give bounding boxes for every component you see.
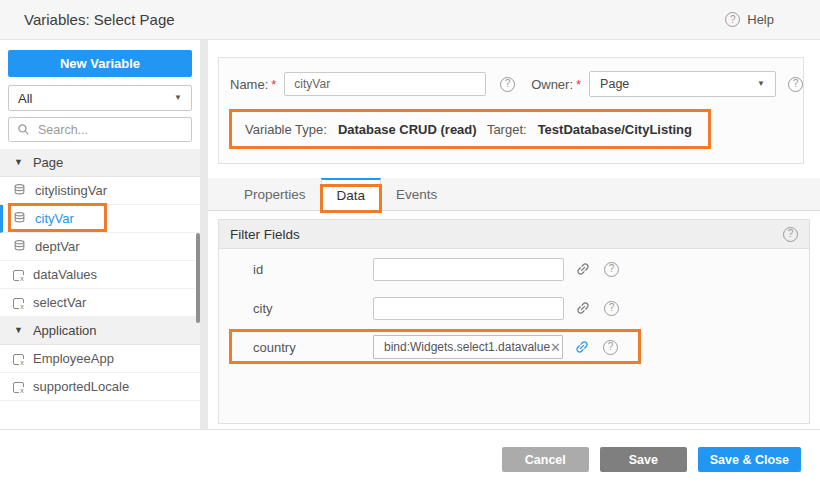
owner-help-icon[interactable]: ?: [788, 77, 803, 92]
variables-sidebar: New Variable All ▼ ▼ Page: [0, 40, 200, 429]
save-button[interactable]: Save: [600, 447, 687, 472]
collapse-icon: ▼: [14, 158, 23, 167]
tree-item-employeeapp[interactable]: EmployeeApp: [0, 345, 200, 373]
tree-item-cityvar[interactable]: cityVar: [0, 205, 200, 233]
tab-data-label: Data: [337, 188, 366, 203]
filter-row-country: country bind:Widgets.select1.datavalue ✕…: [253, 334, 809, 360]
variables-dialog: Variables: Select Page ? Help New Variab…: [0, 0, 820, 487]
new-variable-button[interactable]: New Variable: [8, 50, 192, 77]
tree-item-datavalues[interactable]: dataValues: [0, 261, 200, 289]
tree-item-deptvar[interactable]: deptVar: [0, 233, 200, 261]
tree-item-citylistingvar[interactable]: citylistingVar: [0, 177, 200, 205]
dialog-body: New Variable All ▼ ▼ Page: [0, 40, 820, 429]
name-help-icon[interactable]: ?: [500, 77, 515, 92]
tree-section-application[interactable]: ▼ Application: [0, 317, 200, 345]
owner-value: Page: [600, 77, 629, 91]
database-icon: [13, 211, 26, 227]
model-variable-icon: [13, 298, 24, 309]
variable-detail-panel: Name: * ? Owner: * Page ▼ ? Var: [208, 40, 820, 429]
model-variable-icon: [13, 382, 24, 393]
variable-type-highlight-box: Variable Type: Database CRUD (read) Targ…: [229, 109, 711, 149]
filter-row-city: city ?: [253, 295, 809, 321]
model-variable-icon: [13, 270, 24, 281]
tree-item-label: selectVar: [33, 295, 86, 310]
owner-label: Owner:: [531, 77, 573, 92]
bind-link-icon[interactable]: [574, 261, 591, 278]
clear-binding-icon[interactable]: ✕: [550, 341, 561, 354]
tree-item-label: deptVar: [35, 239, 80, 254]
tree-section-label: Application: [33, 323, 97, 338]
tree-item-label: supportedLocale: [33, 379, 129, 394]
binding-expression: bind:Widgets.select1.datavalue: [384, 340, 550, 354]
database-icon: [13, 183, 26, 199]
variable-scope-value: All: [18, 91, 32, 106]
id-field-input[interactable]: [373, 258, 564, 281]
required-marker: *: [271, 77, 276, 92]
filter-fields-header: Filter Fields ?: [219, 220, 809, 249]
bind-link-icon[interactable]: [574, 300, 591, 317]
field-label: id: [253, 262, 373, 277]
save-close-button[interactable]: Save & Close: [698, 447, 801, 472]
dialog-footer: Cancel Save Save & Close: [0, 429, 820, 487]
chevron-down-icon: ▼: [174, 94, 182, 102]
help-button[interactable]: ? Help: [725, 12, 774, 27]
city-field-input[interactable]: [373, 297, 564, 320]
filter-fields-title: Filter Fields: [230, 227, 300, 242]
name-owner-row: Name: * ? Owner: * Page ▼ ?: [230, 71, 803, 97]
variable-type-value: Database CRUD (read): [338, 122, 477, 137]
search-input[interactable]: [36, 122, 176, 138]
tab-data[interactable]: Data: [321, 178, 382, 211]
sidebar-main-divider: [200, 40, 208, 429]
filter-fields-help-icon[interactable]: ?: [783, 227, 798, 242]
field-help-icon[interactable]: ?: [604, 301, 619, 316]
variable-type-label: Variable Type:: [245, 122, 327, 137]
tree-item-label: cityVar: [35, 211, 74, 226]
database-icon: [13, 239, 26, 255]
tree-item-supportedlocale[interactable]: supportedLocale: [0, 373, 200, 401]
variable-tree: ▼ Page citylistingVar: [0, 149, 200, 429]
collapse-icon: ▼: [14, 326, 23, 335]
tab-events[interactable]: Events: [381, 178, 452, 210]
owner-select[interactable]: Page ▼: [589, 71, 776, 97]
variable-search: [8, 117, 192, 142]
help-icon: ?: [725, 12, 740, 27]
tree-section-page[interactable]: ▼ Page: [0, 149, 200, 177]
tree-item-label: citylistingVar: [35, 183, 107, 198]
help-label: Help: [747, 12, 774, 27]
tree-section-label: Page: [33, 155, 63, 170]
field-help-icon[interactable]: ?: [603, 340, 618, 355]
cancel-button[interactable]: Cancel: [502, 447, 589, 472]
name-input[interactable]: [284, 72, 486, 96]
tab-properties[interactable]: Properties: [229, 178, 321, 210]
field-help-icon[interactable]: ?: [604, 262, 619, 277]
detail-tabs: Properties Data Events: [208, 178, 820, 211]
sidebar-scrollbar[interactable]: [196, 233, 200, 323]
model-variable-icon: [13, 354, 24, 365]
dialog-header: Variables: Select Page ? Help: [0, 0, 820, 40]
variable-summary-card: Name: * ? Owner: * Page ▼ ? Var: [218, 57, 804, 164]
chevron-down-icon: ▼: [757, 80, 765, 88]
country-field-input[interactable]: bind:Widgets.select1.datavalue ✕: [373, 335, 563, 359]
tree-item-label: dataValues: [33, 267, 97, 282]
search-icon: [17, 123, 30, 136]
field-label: country: [253, 340, 373, 355]
filter-fields-panel: Filter Fields ? id ? city: [218, 219, 810, 424]
variable-scope-dropdown[interactable]: All ▼: [8, 85, 192, 111]
page-title: Variables: Select Page: [24, 11, 175, 28]
tree-item-selectvar[interactable]: selectVar: [0, 289, 200, 317]
target-label: Target:: [487, 122, 527, 137]
target-value: TestDatabase/CityListing: [538, 122, 692, 137]
bind-link-icon-active[interactable]: [573, 339, 590, 356]
field-label: city: [253, 301, 373, 316]
name-label: Name:: [230, 77, 268, 92]
tree-item-label: EmployeeApp: [33, 351, 114, 366]
filter-row-id: id ?: [253, 256, 809, 282]
required-marker: *: [576, 77, 581, 92]
